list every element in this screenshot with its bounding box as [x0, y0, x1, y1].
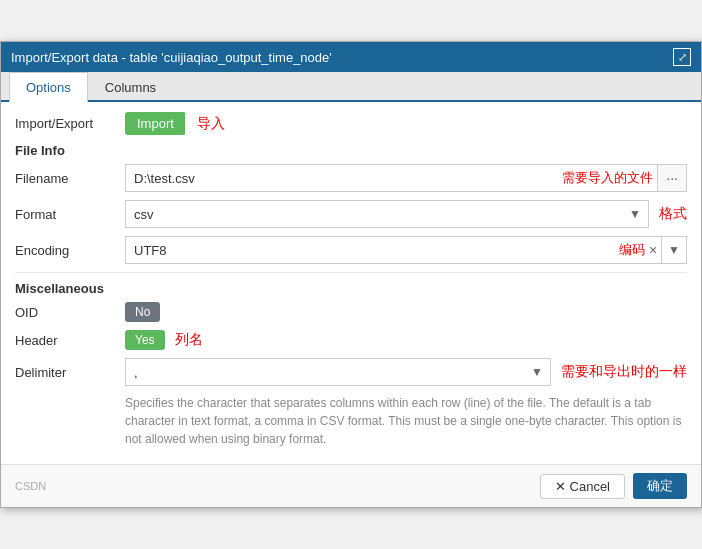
main-window: Import/Export data - table 'cuijiaqiao_o… — [0, 41, 702, 508]
header-row: Header Yes 列名 — [15, 330, 687, 350]
delimiter-select-wrapper: , ▼ — [125, 358, 551, 386]
delimiter-label: Delimiter — [15, 365, 125, 380]
browse-button[interactable]: ··· — [657, 165, 686, 191]
header-toggle[interactable]: Yes — [125, 330, 165, 350]
oid-toggle[interactable]: No — [125, 302, 160, 322]
section-divider — [15, 272, 687, 273]
cancel-x-icon: ✕ — [555, 479, 566, 494]
ok-button[interactable]: 确定 — [633, 473, 687, 499]
encoding-wrapper: UTF8 编码 × ▼ — [125, 236, 687, 264]
misc-section: Miscellaneous — [15, 281, 687, 296]
filename-annotation: 需要导入的文件 — [562, 169, 657, 187]
header-annotation: 列名 — [175, 331, 203, 349]
tab-columns[interactable]: Columns — [88, 72, 173, 102]
delimiter-description: Specifies the character that separates c… — [125, 394, 687, 448]
import-annotation: 导入 — [197, 115, 225, 133]
import-button[interactable]: Import — [125, 112, 186, 135]
filename-row: Filename D:\test.csv 需要导入的文件 ··· — [15, 164, 687, 192]
format-annotation: 格式 — [659, 205, 687, 223]
format-select-wrapper: csv ▼ — [125, 200, 649, 228]
delimiter-annotation: 需要和导出时的一样 — [561, 363, 687, 381]
header-label: Header — [15, 333, 125, 348]
import-export-label: Import/Export — [15, 116, 125, 131]
file-info-section: File Info — [15, 143, 687, 158]
format-select[interactable]: csv — [125, 200, 649, 228]
encoding-annotation: 编码 — [619, 241, 645, 259]
encoding-chevron-icon[interactable]: ▼ — [661, 237, 686, 263]
cancel-button[interactable]: ✕ Cancel — [540, 474, 625, 499]
title-bar: Import/Export data - table 'cuijiaqiao_o… — [1, 42, 701, 72]
filename-wrapper: D:\test.csv 需要导入的文件 ··· — [125, 164, 687, 192]
format-row: Format csv ▼ 格式 — [15, 200, 687, 228]
watermark: CSDN — [15, 480, 46, 492]
footer: CSDN ✕ Cancel 确定 — [1, 464, 701, 507]
oid-row: OID No — [15, 302, 687, 322]
delimiter-row: Delimiter , ▼ 需要和导出时的一样 — [15, 358, 687, 386]
tab-options[interactable]: Options — [9, 72, 88, 102]
encoding-value: UTF8 — [126, 239, 619, 262]
filename-label: Filename — [15, 171, 125, 186]
tabs-bar: Options Columns — [1, 72, 701, 102]
content-area: Import/Export Import 导入 File Info Filena… — [1, 102, 701, 464]
filename-value: D:\test.csv — [126, 167, 562, 190]
import-toggle-wrapper: Import — [125, 112, 187, 135]
oid-label: OID — [15, 305, 125, 320]
format-label: Format — [15, 207, 125, 222]
expand-button[interactable]: ⤢ — [673, 48, 691, 66]
toggle-pipe — [185, 114, 187, 134]
encoding-clear-icon[interactable]: × — [645, 242, 661, 258]
import-export-row: Import/Export Import 导入 — [15, 112, 687, 135]
delimiter-select[interactable]: , — [125, 358, 551, 386]
window-title: Import/Export data - table 'cuijiaqiao_o… — [11, 50, 332, 65]
encoding-row: Encoding UTF8 编码 × ▼ — [15, 236, 687, 264]
encoding-label: Encoding — [15, 243, 125, 258]
